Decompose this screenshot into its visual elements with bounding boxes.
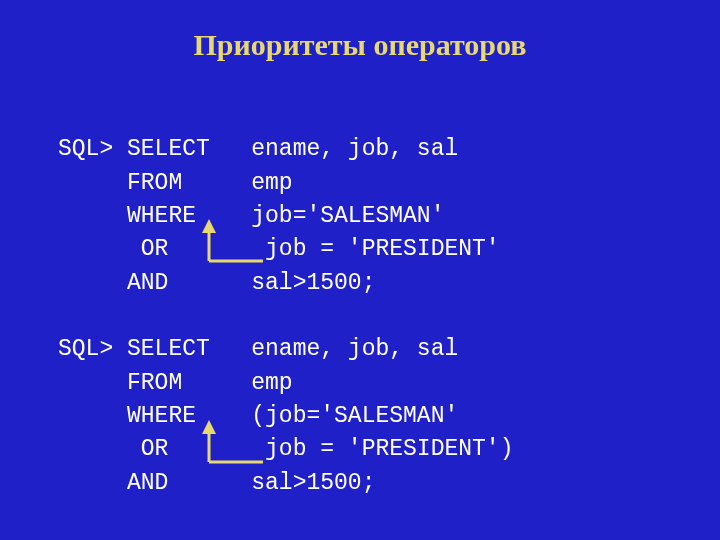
priority-arrow-icon: [185, 215, 265, 275]
code-line: OR job = 'PRESIDENT'): [58, 436, 513, 462]
code-line: SQL> SELECT ename, job, sal: [58, 136, 458, 162]
code-line: SQL> SELECT ename, job, sal: [58, 336, 458, 362]
slide-title: Приоритеты операторов: [0, 0, 720, 100]
svg-marker-2: [202, 219, 216, 233]
code-block: SQL> SELECT ename, job, sal FROM emp WHE…: [0, 100, 720, 500]
code-line: FROM emp: [58, 370, 293, 396]
priority-arrow-icon: [185, 416, 265, 476]
code-line: OR job = 'PRESIDENT': [58, 236, 500, 262]
code-line: FROM emp: [58, 170, 293, 196]
svg-marker-5: [202, 420, 216, 434]
